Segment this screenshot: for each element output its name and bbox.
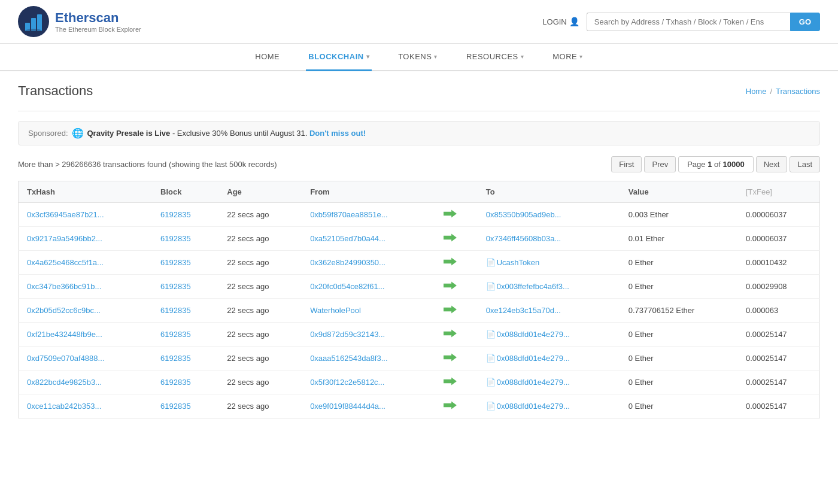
from-link[interactable]: 0x20fc0d54ce82f61... [310, 282, 384, 291]
txhash-link[interactable]: 0xf21be432448fb9e... [27, 330, 102, 339]
breadcrumb-section: Transactions Home / Transactions [18, 83, 820, 99]
transactions-table: TxHash Block Age From To Value [TxFee] 0… [18, 181, 820, 418]
arrow-icon [444, 281, 457, 290]
block-link[interactable]: 6192835 [160, 234, 191, 243]
logo-text: Etherscan The Ethereum Block Explorer [55, 10, 141, 33]
to-link[interactable]: 0x088dfd01e4e279... [497, 402, 570, 411]
value-cell: 0.01 Ether [620, 227, 737, 251]
prev-page-button[interactable]: Prev [644, 156, 676, 172]
arrow-cell [435, 275, 478, 299]
to-link[interactable]: 0x088dfd01e4e279... [497, 354, 570, 363]
age-cell: 22 secs ago [218, 347, 302, 371]
to-link[interactable]: 0x088dfd01e4e279... [497, 378, 570, 387]
col-arrow [435, 181, 478, 203]
to-link[interactable]: 0x088dfd01e4e279... [497, 330, 570, 339]
nav-tokens[interactable]: TOKENS ▾ [396, 44, 440, 71]
contract-icon: 📄 [486, 402, 496, 411]
txfee-cell: 0.00025147 [737, 394, 820, 418]
from-link[interactable]: 0xa52105ed7b0a44... [310, 234, 385, 243]
txhash-link[interactable]: 0xc347be366bc91b... [27, 282, 101, 291]
arrow-icon [444, 233, 457, 242]
sponsored-link[interactable]: Don't miss out! [309, 129, 366, 138]
last-page-button[interactable]: Last [790, 156, 820, 172]
arrow-icon [444, 257, 457, 266]
pagination: First Prev Page 1 of 10000 Next Last [611, 156, 820, 172]
arrow-cell [435, 203, 478, 227]
search-button[interactable]: GO [790, 13, 820, 31]
login-button[interactable]: LOGIN 👤 [542, 17, 579, 26]
main-nav: HOME BLOCKCHAIN ▾ TOKENS ▾ RESOURCES ▾ M… [0, 44, 838, 71]
contract-icon: 📄 [486, 258, 496, 267]
block-link[interactable]: 6192835 [160, 210, 191, 219]
logo-area: Etherscan The Ethereum Block Explorer [18, 6, 141, 37]
age-cell: 22 secs ago [218, 227, 302, 251]
site-tagline: The Ethereum Block Explorer [55, 26, 141, 33]
block-link[interactable]: 6192835 [160, 402, 191, 411]
chevron-down-icon: ▾ [521, 53, 524, 60]
user-icon: 👤 [569, 17, 579, 26]
table-header-row: TxHash Block Age From To Value [TxFee] [19, 181, 820, 203]
block-link[interactable]: 6192835 [160, 330, 191, 339]
tx-header: More than > 296266636 transactions found… [18, 156, 820, 172]
to-link[interactable]: 0x85350b905ad9eb... [486, 210, 561, 219]
from-link[interactable]: WaterholePool [310, 306, 361, 315]
arrow-cell [435, 323, 478, 347]
first-page-button[interactable]: First [611, 156, 642, 172]
block-link[interactable]: 6192835 [160, 378, 191, 387]
to-link[interactable]: 0x003ffefefbc4a6f3... [497, 282, 569, 291]
from-link[interactable]: 0x9d872d59c32143... [310, 330, 385, 339]
block-link[interactable]: 6192835 [160, 306, 191, 315]
from-link[interactable]: 0xb59f870aea8851e... [310, 210, 387, 219]
txfee-cell: 0.00025147 [737, 371, 820, 394]
txfee-cell: 0.000063 [737, 299, 820, 323]
from-link[interactable]: 0x362e8b24990350... [310, 258, 385, 267]
from-link[interactable]: 0xaaa5162543da8f3... [310, 354, 387, 363]
from-link[interactable]: 0x5f30f12c2e5812c... [310, 378, 384, 387]
breadcrumb-home[interactable]: Home [746, 87, 767, 96]
block-link[interactable]: 6192835 [160, 354, 191, 363]
table-row: 0xc347be366bc91b...619283522 secs ago0x2… [19, 275, 820, 299]
table-row: 0xd7509e070af4888...619283522 secs ago0x… [19, 347, 820, 371]
txhash-link[interactable]: 0x9217a9a5496bb2... [27, 234, 102, 243]
txhash-link[interactable]: 0x2b05d52cc6c9bc... [27, 306, 101, 315]
block-link[interactable]: 6192835 [160, 282, 191, 291]
to-link[interactable]: 0xe124eb3c15a70d... [486, 306, 561, 315]
value-cell: 0 Ether [620, 275, 737, 299]
table-row: 0x4a625e468cc5f1a...619283522 secs ago0x… [19, 251, 820, 275]
divider [18, 111, 820, 111]
age-cell: 22 secs ago [218, 371, 302, 394]
globe-icon: 🌐 [72, 127, 84, 139]
block-link[interactable]: 6192835 [160, 258, 191, 267]
from-link[interactable]: 0xe9f019f88444d4a... [310, 402, 385, 411]
txhash-link[interactable]: 0x4a625e468cc5f1a... [27, 258, 104, 267]
logo-icon [18, 6, 49, 37]
value-cell: 0 Ether [620, 323, 737, 347]
nav-blockchain[interactable]: BLOCKCHAIN ▾ [306, 44, 372, 71]
search-input[interactable] [587, 13, 790, 31]
arrow-cell [435, 347, 478, 371]
value-cell: 0 Ether [620, 347, 737, 371]
chevron-down-icon: ▾ [434, 53, 438, 60]
nav-home[interactable]: HOME [253, 44, 282, 71]
age-cell: 22 secs ago [218, 251, 302, 275]
to-link[interactable]: UcashToken [497, 258, 540, 267]
arrow-cell [435, 299, 478, 323]
sponsored-banner: Sponsored: 🌐 Qravity Presale is Live - E… [18, 121, 820, 145]
table-row: 0x822bcd4e9825b3...619283522 secs ago0x5… [19, 371, 820, 394]
to-link[interactable]: 0x7346ff45608b03a... [486, 234, 561, 243]
table-row: 0x3cf36945ae87b21...619283522 secs ago0x… [19, 203, 820, 227]
col-block: Block [152, 181, 218, 203]
arrow-cell [435, 227, 478, 251]
txhash-link[interactable]: 0x3cf36945ae87b21... [27, 210, 104, 219]
table-row: 0xf21be432448fb9e...619283522 secs ago0x… [19, 323, 820, 347]
nav-resources[interactable]: RESOURCES ▾ [464, 44, 526, 71]
txhash-link[interactable]: 0xce11cab242b353... [27, 402, 101, 411]
breadcrumb-current[interactable]: Transactions [776, 87, 820, 96]
page-title: Transactions [18, 83, 93, 99]
txhash-link[interactable]: 0xd7509e070af4888... [27, 354, 104, 363]
page-content: Transactions Home / Transactions Sponsor… [0, 71, 838, 430]
nav-more[interactable]: MORE ▾ [550, 44, 585, 71]
txfee-cell: 0.00029908 [737, 275, 820, 299]
next-page-button[interactable]: Next [756, 156, 788, 172]
txhash-link[interactable]: 0x822bcd4e9825b3... [27, 378, 102, 387]
